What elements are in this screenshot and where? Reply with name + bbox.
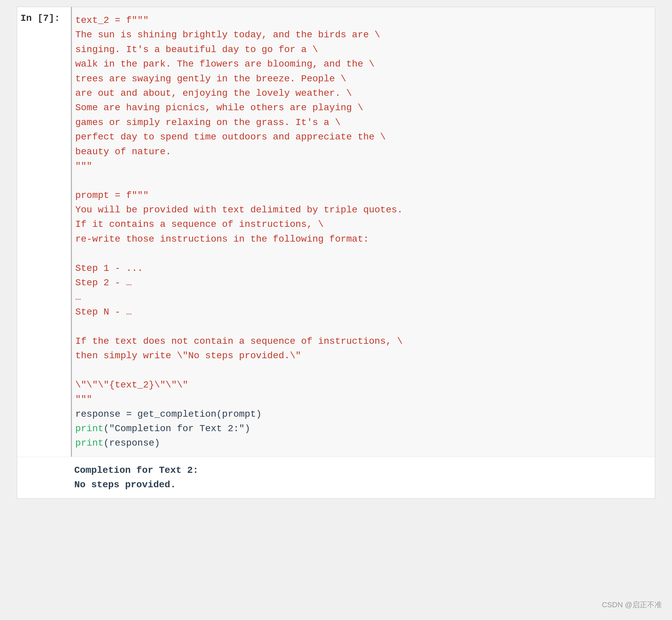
code-line: singing. It's a beautiful day to go for … [75,42,648,57]
code-cell-input: In [7]: text_2 = f"""The sun is shining … [17,7,655,457]
code-line: Some are having picnics, while others ar… [75,100,648,115]
code-line: You will be provided with text delimited… [75,203,648,217]
cell-code-content[interactable]: text_2 = f"""The sun is shining brightly… [71,7,655,457]
code-line: then simply write \"No steps provided.\" [75,348,648,363]
code-line [75,363,648,377]
code-line: are out and about, enjoying the lovely w… [75,86,648,100]
code-line: walk in the park. The flowers are bloomi… [75,57,648,71]
code-line: beauty of nature. [75,144,648,159]
code-line: print(response) [75,436,648,450]
code-line: If it contains a sequence of instruction… [75,217,648,232]
code-line: re-write those instructions in the follo… [75,232,648,246]
code-line: perfect day to spend time outdoors and a… [75,130,648,144]
code-line: Step 1 - ... [75,261,648,276]
output-line: Completion for Text 2: [74,463,648,478]
code-line: games or simply relaxing on the grass. I… [75,115,648,130]
code-line [75,246,648,261]
code-line: response = get_completion(prompt) [75,407,648,421]
code-cell-output: Completion for Text 2:No steps provided. [17,457,655,498]
code-line: Step N - … [75,305,648,319]
watermark: CSDN @启正不准 [602,600,662,610]
code-line: """ [75,392,648,407]
code-line: Step 2 - … [75,276,648,290]
code-line: prompt = f""" [75,188,648,203]
notebook-container: In [7]: text_2 = f"""The sun is shining … [17,7,655,499]
code-line: trees are swaying gently in the breeze. … [75,72,648,86]
cell-label: In [7]: [17,7,71,457]
code-line: \"\"\"{text_2}\"\"\" [75,378,648,392]
code-line [75,173,648,188]
code-line: """ [75,159,648,173]
code-line: print("Completion for Text 2:") [75,421,648,436]
code-line: text_2 = f""" [75,13,648,28]
output-line: No steps provided. [74,478,648,492]
code-line: If the text does not contain a sequence … [75,334,648,348]
cell-output-content: Completion for Text 2:No steps provided. [71,457,655,498]
code-line [75,319,648,334]
cell-output-label-spacer [17,457,71,498]
code-line: … [75,290,648,304]
code-line: The sun is shining brightly today, and t… [75,28,648,42]
